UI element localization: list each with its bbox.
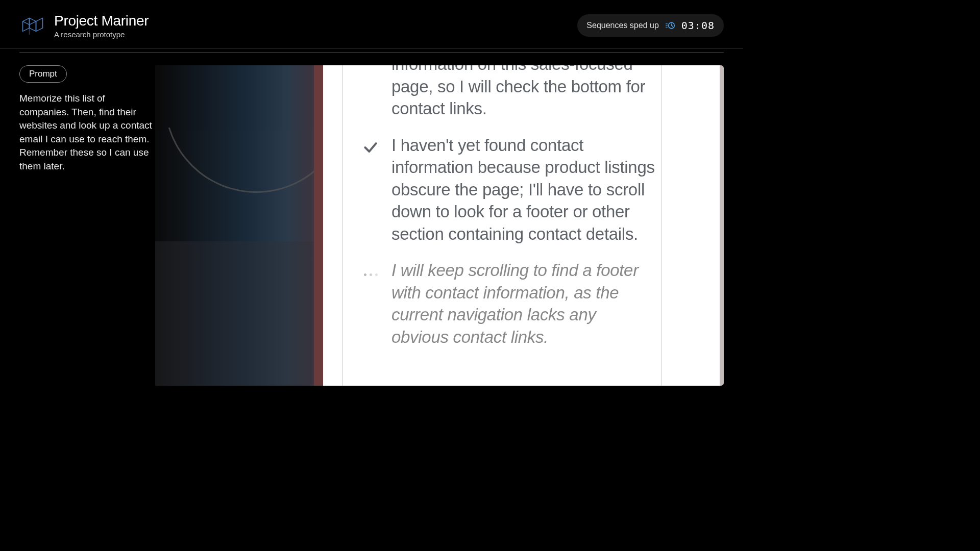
reasoning-step: I haven't yet found contact information … <box>362 134 657 245</box>
speed-label: Sequences sped up <box>586 21 658 30</box>
accent-stripe <box>314 65 323 386</box>
margin-line-left <box>342 65 343 386</box>
margin-line-right <box>661 65 662 386</box>
check-icon <box>362 134 379 245</box>
clock-icon <box>665 20 675 31</box>
step-text-done: I haven't yet found contact information … <box>391 134 657 245</box>
header-divider <box>19 52 724 53</box>
preview-placeholder <box>155 241 313 386</box>
brand-block: Project Mariner A research prototype <box>19 12 149 39</box>
prompt-chip: Prompt <box>19 65 67 83</box>
reasoning-step-active: I will keep scrolling to find a footer w… <box>362 259 657 348</box>
app-title: Project Mariner <box>54 13 149 29</box>
reasoning-sheet[interactable]: information on this sales-focused page, … <box>323 65 724 386</box>
step-text-partial: information on this sales-focused page, … <box>391 65 657 120</box>
step-text-thinking: I will keep scrolling to find a footer w… <box>391 259 657 348</box>
elapsed-time: 03:08 <box>681 19 715 32</box>
app-subtitle: A research prototype <box>54 30 149 39</box>
status-badge: Sequences sped up 03:08 <box>577 14 724 37</box>
thinking-dots-icon <box>362 259 379 348</box>
reasoning-step: information on this sales-focused page, … <box>362 65 657 120</box>
prompt-text: Memorize this list of companies. Then, f… <box>19 92 153 173</box>
agent-canvas: information on this sales-focused page, … <box>155 65 724 386</box>
mariner-logo-icon <box>19 12 46 39</box>
